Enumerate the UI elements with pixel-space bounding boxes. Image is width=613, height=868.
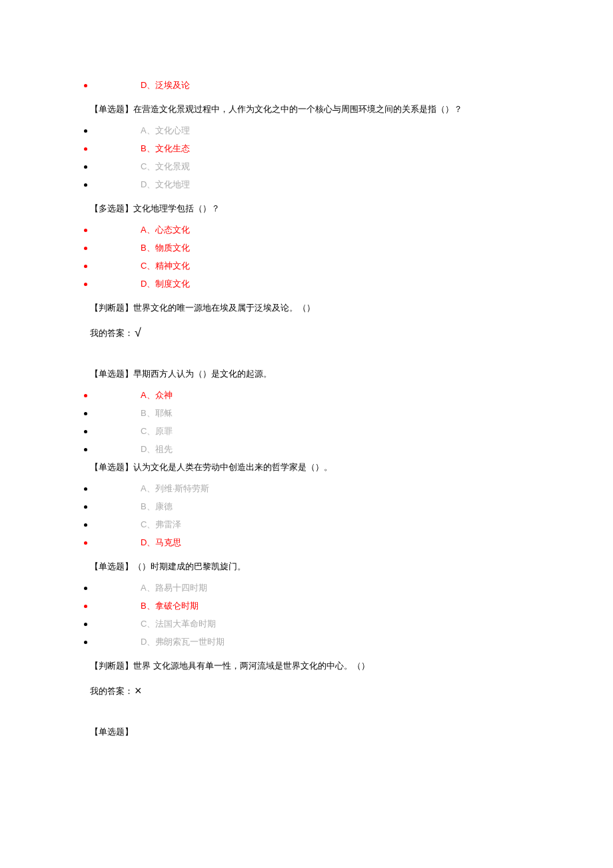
bullet-icon: [84, 183, 87, 187]
bullet-icon: [84, 505, 87, 509]
answer-option: B、物质文化: [0, 242, 613, 254]
option-text: B、耶稣: [141, 407, 173, 419]
answer-option: D、马克思: [0, 537, 613, 549]
document-content: D、泛埃及论 【单选题】在营造文化景观过程中，人作为文化之中的一个核心与周围环境…: [0, 79, 613, 738]
answer-option: D、文化地理: [0, 179, 613, 191]
option-text: D、制度文化: [141, 278, 190, 290]
bullet-icon: [84, 165, 87, 169]
answer-label: 我的答案：: [90, 327, 133, 339]
option-text: A、心态文化: [141, 224, 190, 236]
bullet-icon: [84, 523, 87, 527]
answer-option: D、祖先: [0, 443, 613, 455]
option-text: D、弗朗索瓦一世时期: [141, 636, 225, 648]
option-text: C、原罪: [141, 425, 173, 437]
answer-symbol: ×: [135, 684, 142, 698]
option-text: C、弗雷泽: [141, 519, 181, 531]
bullet-icon: [84, 448, 87, 451]
question-text: 【单选题】早期西方人认为（）是文化的起源。: [90, 368, 613, 380]
option-text: B、康德: [141, 501, 173, 513]
answer-option: A、路易十四时期: [0, 582, 613, 594]
answer-option: C、原罪: [0, 425, 613, 437]
bullet-icon: [84, 265, 87, 268]
bullet-icon: [84, 487, 87, 491]
question-text: 【判断题】世界文化的唯一源地在埃及属于泛埃及论。（）: [90, 302, 613, 314]
option-text: C、文化景观: [141, 161, 190, 173]
option-text: B、物质文化: [141, 242, 190, 254]
bullet-icon: [84, 283, 87, 286]
answer-option: C、文化景观: [0, 161, 613, 173]
answer-option: B、康德: [0, 501, 613, 513]
option-text: D、文化地理: [141, 179, 190, 191]
bullet-icon: [84, 587, 87, 590]
answer-option: D、泛埃及论: [0, 79, 613, 91]
bullet-icon: [84, 412, 87, 415]
question-text: 【多选题】文化地理学包括（）？: [90, 203, 613, 215]
option-text: C、法国大革命时期: [141, 618, 216, 630]
answer-option: B、文化生态: [0, 143, 613, 155]
bullet-icon: [84, 247, 87, 250]
answer-option: C、弗雷泽: [0, 519, 613, 531]
spacer: [0, 707, 613, 714]
answer-label: 我的答案：: [90, 685, 133, 697]
option-text: B、拿破仑时期: [141, 600, 199, 612]
bullet-icon: [84, 84, 87, 87]
question-text: 【单选题】在营造文化景观过程中，人作为文化之中的一个核心与周围环境之间的关系是指…: [90, 103, 613, 115]
answer-option: A、众神: [0, 389, 613, 401]
question-text: 【单选题】（）时期建成的巴黎凯旋门。: [90, 561, 613, 573]
answer-symbol: √: [135, 326, 141, 340]
my-answer: 我的答案： ×: [90, 684, 613, 698]
bullet-icon: [84, 147, 87, 151]
spacer: [0, 349, 613, 356]
bullet-icon: [84, 641, 87, 644]
option-text: D、祖先: [141, 443, 173, 455]
option-text: B、文化生态: [141, 143, 190, 155]
bullet-icon: [84, 129, 87, 133]
option-text: A、文化心理: [141, 125, 190, 137]
option-text: C、精神文化: [141, 260, 190, 272]
answer-option: B、耶稣: [0, 407, 613, 419]
bullet-icon: [84, 430, 87, 433]
answer-option: C、精神文化: [0, 260, 613, 272]
answer-option: C、法国大革命时期: [0, 618, 613, 630]
answer-option: A、列维·斯特劳斯: [0, 483, 613, 495]
bullet-icon: [84, 229, 87, 232]
bullet-icon: [84, 605, 87, 608]
bullet-icon: [84, 623, 87, 626]
question-text: 【单选题】认为文化是人类在劳动中创造出来的哲学家是（）。: [90, 461, 613, 473]
answer-option: A、文化心理: [0, 125, 613, 137]
question-text: 【判断题】世界 文化源地具有单一性，两河流域是世界文化的中心。（）: [90, 660, 613, 672]
option-text: D、泛埃及论: [141, 79, 190, 91]
my-answer: 我的答案： √: [90, 326, 613, 340]
bullet-icon: [84, 394, 87, 397]
answer-option: A、心态文化: [0, 224, 613, 236]
answer-option: D、弗朗索瓦一世时期: [0, 636, 613, 648]
option-text: D、马克思: [141, 537, 181, 549]
option-text: A、列维·斯特劳斯: [141, 483, 209, 495]
bullet-icon: [84, 541, 87, 545]
option-text: A、路易十四时期: [141, 582, 207, 594]
question-text: 【单选题】: [90, 726, 613, 738]
answer-option: D、制度文化: [0, 278, 613, 290]
answer-option: B、拿破仑时期: [0, 600, 613, 612]
option-text: A、众神: [141, 389, 173, 401]
